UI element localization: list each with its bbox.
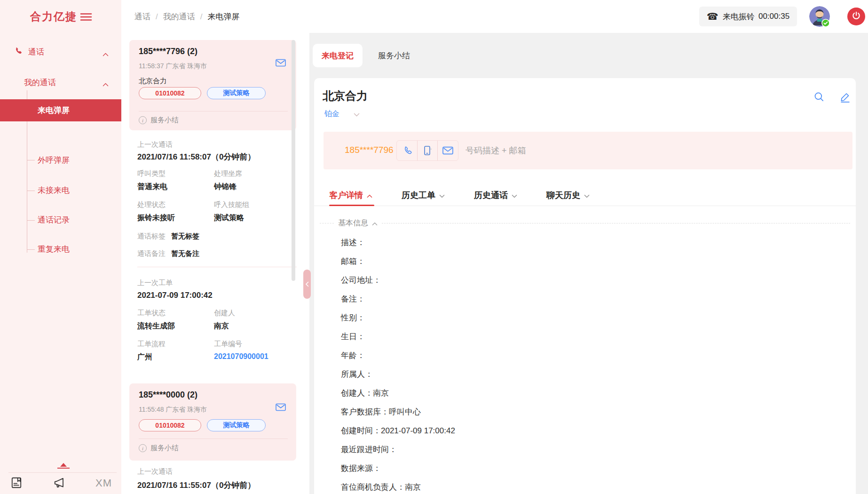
strategy-tag: 测试策略: [207, 87, 266, 99]
call-note-row: 通话备注暂无备注: [137, 249, 199, 258]
app-window: 合力亿捷 通话 我的通话 来电弹屏: [0, 0, 868, 494]
breadcrumb-calls[interactable]: 通话: [134, 11, 150, 22]
sidebar-item-my-calls[interactable]: 我的通话: [0, 75, 121, 89]
power-icon: [852, 11, 861, 22]
field-label: 呼入技能组: [214, 200, 249, 209]
service-summary-toggle[interactable]: i 服务小结: [139, 444, 179, 453]
last-ticket-title: 上一次工单: [137, 279, 173, 287]
chevron-down-icon: [439, 191, 445, 200]
xm-watermark: XM: [95, 477, 112, 489]
call-time: 11:58:37: [139, 62, 164, 70]
info-icon: i: [139, 444, 147, 452]
notebook-icon[interactable]: [10, 477, 23, 491]
section-title: 基本信息: [338, 218, 368, 228]
divider: [139, 111, 288, 112]
mail-icon[interactable]: [276, 59, 286, 69]
sidebar-item-label: 通话记录: [38, 212, 70, 228]
sidebar-collapse-button[interactable]: [57, 463, 70, 470]
strategy-tag: 测试策略: [207, 419, 266, 431]
search-icon[interactable]: [813, 91, 825, 104]
breadcrumb: 通话 / 我的通话 / 来电弹屏: [134, 11, 239, 22]
basic-info-section-header: 基本信息: [320, 218, 850, 228]
tab-label: 来电登记: [322, 50, 354, 61]
info-icon: i: [139, 116, 147, 124]
field-label: 创建人: [214, 309, 235, 318]
tab-history-calls[interactable]: 历史通话: [474, 190, 517, 201]
call-list-column: 185****7796 (2) 11:58:37 广东省 珠海市 北京合力 01…: [121, 33, 309, 494]
chevron-down-icon: [354, 110, 360, 119]
mobile-phone-icon[interactable]: [417, 141, 438, 160]
sidebar-item-outbound-popup[interactable]: 外呼弹屏: [0, 152, 121, 168]
main-content: 来电登记 服务小结 北京合力 铂金 185****7796: [309, 33, 868, 494]
last-call-title: 上一次通话: [137, 467, 173, 476]
send-mail-icon[interactable]: [437, 141, 458, 160]
mail-icon[interactable]: [276, 403, 286, 413]
service-summary-toggle[interactable]: i 服务小结: [139, 116, 179, 125]
field-creator: 创建人：南京: [341, 384, 811, 403]
tab-label: 历史通话: [474, 190, 508, 201]
field-data-source: 数据来源：: [341, 459, 811, 478]
tab-label: 服务小结: [378, 50, 410, 61]
field-value: 暂无标签: [171, 232, 199, 240]
field-create-time: 创建时间：2021-07-09 17:00:42: [341, 422, 811, 440]
breadcrumb-current: 来电弹屏: [207, 11, 239, 22]
sidebar-item-call-records[interactable]: 通话记录: [0, 212, 121, 228]
service-summary-label: 服务小结: [150, 444, 179, 453]
call-card-7796[interactable]: 185****7796 (2) 11:58:37 广东省 珠海市 北京合力 01…: [129, 40, 296, 130]
call-card-0000[interactable]: 185****0000 (2) 11:55:48 广东省 珠海市 0101008…: [129, 383, 296, 461]
sidebar-item-missed-calls[interactable]: 未接来电: [0, 183, 121, 199]
field-gender: 性别：: [341, 309, 811, 327]
field-value: 流转生成部: [137, 321, 175, 331]
customer-level-select[interactable]: 铂金: [324, 109, 360, 119]
dashed-line: [382, 223, 850, 223]
phone-number: 185****7796: [345, 145, 394, 155]
logout-power-button[interactable]: [847, 8, 865, 25]
divider: [139, 438, 288, 439]
ring-status-label: 来电振铃: [723, 11, 755, 22]
call-phone-icon[interactable]: [397, 141, 417, 160]
field-description: 描述：: [341, 233, 811, 252]
detail-tabs: 客户详情 历史工单 历史通话: [329, 187, 590, 203]
tab-service-summary[interactable]: 服务小结: [366, 44, 422, 67]
breadcrumb-my-calls[interactable]: 我的通话: [163, 11, 195, 22]
sidebar-item-incoming-popup[interactable]: 来电弹屏: [0, 99, 121, 121]
sidebar-item-repeat-calls[interactable]: 重复来电: [0, 241, 121, 257]
field-value: 广州: [137, 352, 152, 362]
section-title-toggle[interactable]: 基本信息: [338, 218, 378, 228]
triangle-up-icon: [60, 463, 67, 467]
avatar[interactable]: [809, 6, 830, 27]
number-tag: 01010082: [139, 87, 201, 99]
panel-collapse-handle[interactable]: [303, 270, 311, 299]
divider: [8, 472, 117, 473]
ticket-number-link[interactable]: 2021070900001: [214, 352, 268, 361]
sidebar: 合力亿捷 通话 我的通话 来电弹屏: [0, 0, 121, 494]
incoming-ring-status[interactable]: ☎ 来电振铃 00:00:35: [699, 7, 797, 26]
sidebar-item-label: 外呼弹屏: [38, 152, 70, 168]
field-label: 处理状态: [137, 200, 166, 209]
sidebar-item-label: 通话: [28, 47, 44, 57]
edit-pencil-icon[interactable]: [839, 91, 851, 105]
field-label: 工单编号: [214, 340, 242, 349]
field-value: 钟锦锋: [214, 182, 237, 192]
field-label: 工单流程: [137, 340, 166, 349]
chevron-up-icon: [103, 80, 109, 88]
service-summary-label: 服务小结: [150, 116, 179, 125]
field-birthday: 生日：: [341, 327, 811, 346]
last-ticket-time: 2021-07-09 17:00:42: [137, 291, 213, 300]
customer-name: 北京合力: [139, 77, 167, 86]
customer-panel: 北京合力 铂金 185****7796: [314, 78, 856, 494]
last-call-title: 上一次通话: [137, 140, 173, 149]
field-last-follow-time: 最近跟进时间：: [341, 440, 811, 459]
megaphone-icon[interactable]: [53, 477, 66, 491]
basic-info-fields: 描述： 邮箱： 公司地址： 备注： 性别： 生日： 年龄： 所属人： 创建人：南…: [341, 233, 811, 494]
tab-customer-detail[interactable]: 客户详情: [329, 190, 372, 201]
sidebar-group-label: 我的通话: [24, 77, 56, 88]
call-location: 广东省 珠海市: [166, 62, 207, 70]
tab-incoming-register[interactable]: 来电登记: [313, 44, 363, 67]
tab-chat-history[interactable]: 聊天历史: [546, 190, 590, 201]
hamburger-icon[interactable]: [80, 12, 92, 24]
chevron-down-icon: [512, 191, 517, 200]
tab-history-tickets[interactable]: 历史工单: [402, 190, 445, 201]
sidebar-item-calls[interactable]: 通话: [0, 44, 121, 59]
scrollbar-thumb[interactable]: [292, 40, 295, 281]
